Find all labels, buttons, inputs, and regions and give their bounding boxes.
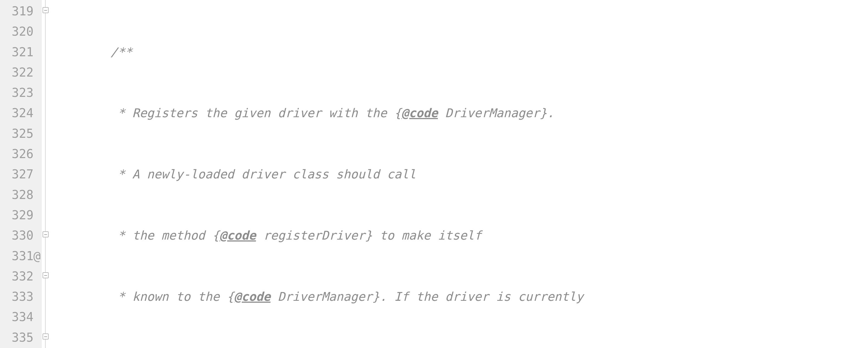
line-number[interactable]: 323 [0, 82, 33, 103]
javadoc-text: * the method { [111, 228, 219, 242]
line-number-text: 331 [12, 249, 33, 263]
javadoc-text: * Registers the given driver with the { [111, 106, 402, 120]
code-line[interactable]: * the method {@code registerDriver} to m… [52, 225, 868, 246]
javadoc-text: registerDriver} to make itself [256, 228, 482, 242]
javadoc-tag: @code [219, 228, 256, 242]
code-line[interactable]: * Registers the given driver with the {@… [52, 103, 868, 123]
line-number[interactable]: 329 [0, 205, 33, 225]
javadoc-text: DriverManager}. [438, 106, 554, 120]
line-number[interactable]: 320 [0, 22, 33, 42]
line-number[interactable]: 324 [0, 103, 33, 123]
code-area[interactable]: /** * Registers the given driver with th… [50, 0, 868, 348]
line-number[interactable]: 331 @ [0, 246, 33, 266]
line-number[interactable]: 328 [0, 185, 33, 205]
code-line[interactable]: * known to the {@code DriverManager}. If… [52, 286, 868, 307]
line-number[interactable]: 335 [0, 327, 33, 348]
indent [52, 45, 111, 59]
fold-gutter: − − − − [41, 0, 50, 348]
javadoc-tag: @code [402, 106, 438, 120]
gutter-annotation-icon[interactable]: @ [33, 246, 41, 266]
line-number[interactable]: 330 [0, 225, 33, 246]
line-number[interactable]: 333 [0, 286, 33, 307]
javadoc-tag: @code [234, 289, 270, 304]
fold-toggle-icon[interactable]: − [42, 334, 49, 340]
line-number[interactable]: 326 [0, 144, 33, 164]
javadoc-open: /** [111, 45, 132, 59]
indent [52, 106, 111, 120]
fold-toggle-icon[interactable]: − [42, 231, 49, 237]
line-number[interactable]: 332 [0, 266, 33, 286]
javadoc-text: * known to the { [111, 289, 234, 304]
indent [52, 228, 111, 242]
indent [52, 289, 111, 304]
fold-toggle-icon[interactable]: − [42, 272, 49, 278]
code-line[interactable]: /** [52, 42, 868, 62]
indent [52, 167, 111, 181]
line-number[interactable]: 327 [0, 164, 33, 184]
line-number[interactable]: 325 [0, 124, 33, 144]
javadoc-text: * A newly-loaded driver class should cal… [111, 167, 416, 181]
line-number-gutter: 319 320 321 322 323 324 325 326 327 328 … [0, 0, 41, 348]
code-editor: 319 320 321 322 323 324 325 326 327 328 … [0, 0, 868, 348]
line-number[interactable]: 319 [0, 1, 33, 22]
line-number[interactable]: 321 [0, 42, 33, 62]
line-number[interactable]: 322 [0, 62, 33, 82]
line-number[interactable]: 334 [0, 307, 33, 327]
fold-guide-line [45, 0, 45, 348]
fold-toggle-icon[interactable]: − [42, 7, 49, 13]
code-line[interactable]: * A newly-loaded driver class should cal… [52, 164, 868, 184]
javadoc-text: DriverManager}. If the driver is current… [271, 289, 583, 304]
